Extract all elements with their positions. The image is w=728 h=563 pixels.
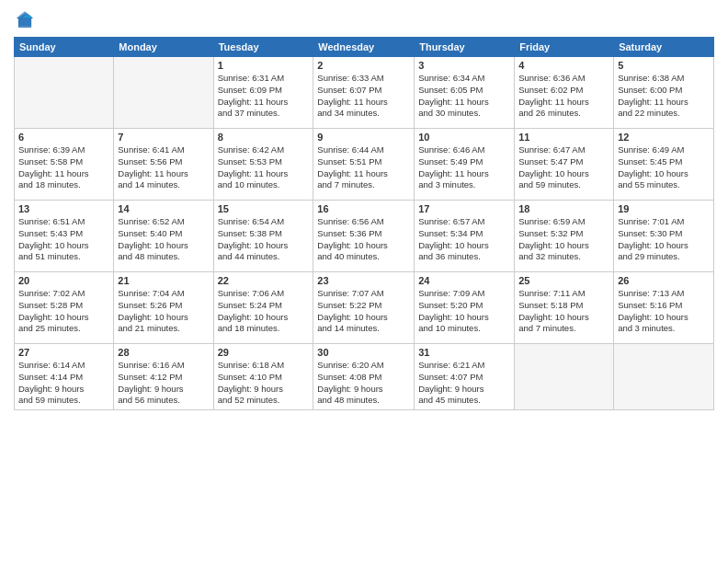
weekday-header-monday: Monday [114, 38, 213, 57]
calendar-cell: 26Sunrise: 7:13 AM Sunset: 5:16 PM Dayli… [614, 272, 714, 344]
calendar-cell: 2Sunrise: 6:33 AM Sunset: 6:07 PM Daylig… [313, 57, 415, 129]
day-number: 27 [18, 347, 109, 358]
day-detail: Sunrise: 7:07 AM Sunset: 5:22 PM Dayligh… [317, 288, 410, 335]
week-row-3: 13Sunrise: 6:51 AM Sunset: 5:43 PM Dayli… [15, 201, 714, 272]
calendar-cell: 24Sunrise: 7:09 AM Sunset: 5:20 PM Dayli… [415, 272, 515, 344]
calendar-cell [114, 57, 213, 129]
day-number: 21 [118, 275, 209, 286]
day-number: 1 [218, 60, 310, 71]
day-number: 5 [618, 60, 710, 71]
day-detail: Sunrise: 6:38 AM Sunset: 6:00 PM Dayligh… [618, 73, 710, 120]
day-number: 20 [18, 275, 109, 286]
calendar-cell: 27Sunrise: 6:14 AM Sunset: 4:14 PM Dayli… [15, 344, 114, 410]
day-number: 29 [218, 347, 310, 358]
day-number: 8 [218, 132, 310, 143]
day-number: 19 [618, 203, 710, 214]
calendar-cell: 19Sunrise: 7:01 AM Sunset: 5:30 PM Dayli… [614, 201, 714, 272]
calendar-cell: 11Sunrise: 6:47 AM Sunset: 5:47 PM Dayli… [515, 129, 614, 201]
week-row-1: 1Sunrise: 6:31 AM Sunset: 6:09 PM Daylig… [15, 57, 714, 129]
calendar-cell: 30Sunrise: 6:20 AM Sunset: 4:08 PM Dayli… [313, 344, 415, 410]
day-number: 18 [518, 203, 609, 214]
day-number: 11 [518, 132, 609, 143]
day-number: 31 [418, 347, 510, 358]
day-number: 3 [418, 60, 510, 71]
day-number: 6 [18, 132, 109, 143]
day-detail: Sunrise: 7:04 AM Sunset: 5:26 PM Dayligh… [118, 288, 209, 335]
logo [14, 13, 34, 29]
day-detail: Sunrise: 6:36 AM Sunset: 6:02 PM Dayligh… [518, 73, 609, 120]
header [14, 9, 714, 29]
day-detail: Sunrise: 6:49 AM Sunset: 5:45 PM Dayligh… [618, 144, 710, 191]
calendar-cell: 8Sunrise: 6:42 AM Sunset: 5:53 PM Daylig… [213, 129, 313, 201]
calendar-cell: 31Sunrise: 6:21 AM Sunset: 4:07 PM Dayli… [415, 344, 515, 410]
calendar-cell: 6Sunrise: 6:39 AM Sunset: 5:58 PM Daylig… [15, 129, 114, 201]
calendar-cell: 22Sunrise: 7:06 AM Sunset: 5:24 PM Dayli… [213, 272, 313, 344]
weekday-header-friday: Friday [515, 38, 614, 57]
page: SundayMondayTuesdayWednesdayThursdayFrid… [0, 0, 728, 563]
day-number: 23 [317, 275, 410, 286]
day-detail: Sunrise: 7:13 AM Sunset: 5:16 PM Dayligh… [618, 288, 710, 335]
day-detail: Sunrise: 6:33 AM Sunset: 6:07 PM Dayligh… [317, 73, 410, 120]
day-detail: Sunrise: 6:41 AM Sunset: 5:56 PM Dayligh… [118, 144, 209, 191]
calendar-cell: 17Sunrise: 6:57 AM Sunset: 5:34 PM Dayli… [415, 201, 515, 272]
calendar-cell: 16Sunrise: 6:56 AM Sunset: 5:36 PM Dayli… [313, 201, 415, 272]
calendar-cell [515, 344, 614, 410]
day-detail: Sunrise: 6:44 AM Sunset: 5:51 PM Dayligh… [317, 144, 410, 191]
day-number: 4 [518, 60, 609, 71]
calendar-cell: 13Sunrise: 6:51 AM Sunset: 5:43 PM Dayli… [15, 201, 114, 272]
weekday-header-sunday: Sunday [15, 38, 114, 57]
day-detail: Sunrise: 6:20 AM Sunset: 4:08 PM Dayligh… [317, 360, 410, 407]
calendar-cell: 18Sunrise: 6:59 AM Sunset: 5:32 PM Dayli… [515, 201, 614, 272]
calendar-cell: 28Sunrise: 6:16 AM Sunset: 4:12 PM Dayli… [114, 344, 213, 410]
day-number: 17 [418, 203, 510, 214]
weekday-header-row: SundayMondayTuesdayWednesdayThursdayFrid… [15, 38, 714, 57]
calendar-cell: 21Sunrise: 7:04 AM Sunset: 5:26 PM Dayli… [114, 272, 213, 344]
day-detail: Sunrise: 6:47 AM Sunset: 5:47 PM Dayligh… [518, 144, 609, 191]
calendar-cell: 14Sunrise: 6:52 AM Sunset: 5:40 PM Dayli… [114, 201, 213, 272]
day-number: 26 [618, 275, 710, 286]
day-detail: Sunrise: 7:02 AM Sunset: 5:28 PM Dayligh… [18, 288, 109, 335]
calendar-cell: 4Sunrise: 6:36 AM Sunset: 6:02 PM Daylig… [515, 57, 614, 129]
day-number: 25 [518, 275, 609, 286]
day-detail: Sunrise: 6:42 AM Sunset: 5:53 PM Dayligh… [218, 144, 310, 191]
week-row-4: 20Sunrise: 7:02 AM Sunset: 5:28 PM Dayli… [15, 272, 714, 344]
day-number: 14 [118, 203, 209, 214]
day-number: 2 [317, 60, 410, 71]
day-detail: Sunrise: 6:16 AM Sunset: 4:12 PM Dayligh… [118, 360, 209, 407]
day-detail: Sunrise: 7:11 AM Sunset: 5:18 PM Dayligh… [518, 288, 609, 335]
day-detail: Sunrise: 6:31 AM Sunset: 6:09 PM Dayligh… [218, 73, 310, 120]
day-detail: Sunrise: 6:21 AM Sunset: 4:07 PM Dayligh… [418, 360, 510, 407]
day-detail: Sunrise: 6:51 AM Sunset: 5:43 PM Dayligh… [18, 216, 109, 263]
calendar-cell [15, 57, 114, 129]
day-detail: Sunrise: 7:06 AM Sunset: 5:24 PM Dayligh… [218, 288, 310, 335]
calendar-cell: 9Sunrise: 6:44 AM Sunset: 5:51 PM Daylig… [313, 129, 415, 201]
day-number: 12 [618, 132, 710, 143]
day-detail: Sunrise: 6:59 AM Sunset: 5:32 PM Dayligh… [518, 216, 609, 263]
day-number: 30 [317, 347, 410, 358]
calendar-cell: 5Sunrise: 6:38 AM Sunset: 6:00 PM Daylig… [614, 57, 714, 129]
day-detail: Sunrise: 6:52 AM Sunset: 5:40 PM Dayligh… [118, 216, 209, 263]
calendar-cell: 23Sunrise: 7:07 AM Sunset: 5:22 PM Dayli… [313, 272, 415, 344]
day-detail: Sunrise: 6:56 AM Sunset: 5:36 PM Dayligh… [317, 216, 410, 263]
day-detail: Sunrise: 6:34 AM Sunset: 6:05 PM Dayligh… [418, 73, 510, 120]
calendar: SundayMondayTuesdayWednesdayThursdayFrid… [14, 37, 714, 410]
day-detail: Sunrise: 6:57 AM Sunset: 5:34 PM Dayligh… [418, 216, 510, 263]
calendar-cell: 25Sunrise: 7:11 AM Sunset: 5:18 PM Dayli… [515, 272, 614, 344]
day-detail: Sunrise: 6:46 AM Sunset: 5:49 PM Dayligh… [418, 144, 510, 191]
logo-icon [16, 11, 34, 29]
day-detail: Sunrise: 6:54 AM Sunset: 5:38 PM Dayligh… [218, 216, 310, 263]
day-number: 24 [418, 275, 510, 286]
day-detail: Sunrise: 7:09 AM Sunset: 5:20 PM Dayligh… [418, 288, 510, 335]
day-detail: Sunrise: 6:18 AM Sunset: 4:10 PM Dayligh… [218, 360, 310, 407]
day-number: 16 [317, 203, 410, 214]
calendar-cell: 29Sunrise: 6:18 AM Sunset: 4:10 PM Dayli… [213, 344, 313, 410]
weekday-header-saturday: Saturday [614, 38, 714, 57]
day-number: 10 [418, 132, 510, 143]
day-detail: Sunrise: 6:39 AM Sunset: 5:58 PM Dayligh… [18, 144, 109, 191]
weekday-header-thursday: Thursday [415, 38, 515, 57]
calendar-cell: 1Sunrise: 6:31 AM Sunset: 6:09 PM Daylig… [213, 57, 313, 129]
calendar-cell: 12Sunrise: 6:49 AM Sunset: 5:45 PM Dayli… [614, 129, 714, 201]
week-row-2: 6Sunrise: 6:39 AM Sunset: 5:58 PM Daylig… [15, 129, 714, 201]
calendar-cell: 20Sunrise: 7:02 AM Sunset: 5:28 PM Dayli… [15, 272, 114, 344]
week-row-5: 27Sunrise: 6:14 AM Sunset: 4:14 PM Dayli… [15, 344, 714, 410]
